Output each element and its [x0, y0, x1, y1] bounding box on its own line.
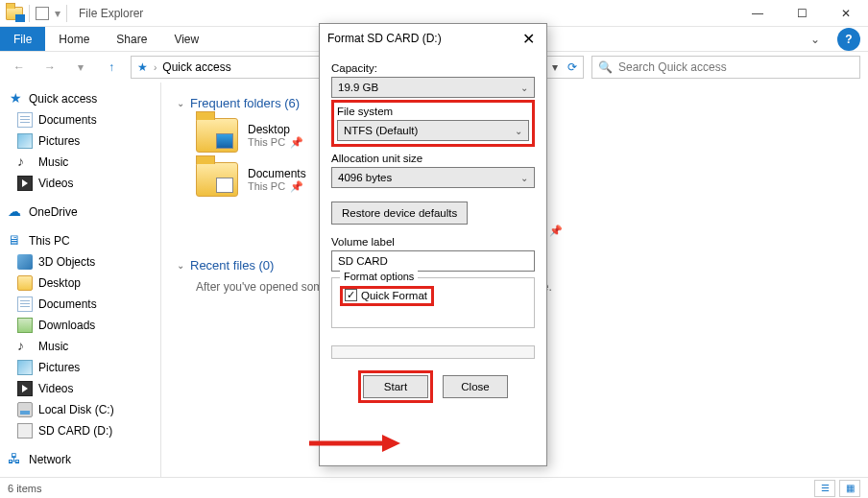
capacity-label: Capacity: [331, 62, 535, 74]
tab-view[interactable]: View [160, 27, 212, 51]
nav-recent-dropdown[interactable]: ▾ [69, 56, 92, 79]
ribbon-expand-icon[interactable]: ⌄ [801, 27, 830, 51]
tree-this-pc[interactable]: 🖥This PC [4, 230, 157, 251]
file-system-label: File system [337, 106, 529, 117]
view-large-button[interactable]: ▦ [839, 480, 860, 497]
file-tab[interactable]: File [0, 27, 45, 51]
nav-up-button[interactable]: ↑ [100, 56, 123, 79]
tab-share[interactable]: Share [103, 27, 160, 51]
qat-dropdown-icon[interactable]: ▾ [55, 7, 60, 20]
volume-label-input[interactable]: SD CARD [331, 250, 535, 272]
restore-defaults-button[interactable]: Restore device defaults [331, 202, 468, 225]
tree-pictures-pc[interactable]: Pictures [4, 357, 157, 378]
tree-documents-pc[interactable]: Documents [4, 294, 157, 315]
chevron-down-icon: ⌄ [520, 173, 528, 183]
file-system-select[interactable]: NTFS (Default)⌄ [337, 120, 529, 141]
quick-format-checkbox[interactable]: ✓ [345, 289, 357, 301]
chevron-down-icon: ⌄ [177, 260, 184, 271]
pin-icon: 📌 [546, 225, 563, 236]
volume-label-label: Volume label [331, 236, 535, 248]
status-item-count: 6 items [8, 483, 41, 494]
pin-icon: 📌 [287, 180, 303, 192]
tree-onedrive[interactable]: ☁OneDrive [4, 202, 157, 223]
chevron-down-icon: ⌄ [515, 126, 522, 136]
allocation-select[interactable]: 4096 bytes⌄ [331, 167, 535, 188]
tree-pictures[interactable]: Pictures [4, 130, 157, 152]
tree-music-pc[interactable]: ♪Music [4, 336, 157, 357]
format-dialog: Format SD CARD (D:) ✕ Capacity: 19.9 GB⌄… [319, 23, 547, 466]
folder-icon [196, 162, 238, 197]
refresh-icon[interactable]: ⟳ [564, 60, 577, 74]
tree-downloads[interactable]: Downloads [4, 315, 157, 336]
format-options-fieldset: Format options ✓ Quick Format [331, 277, 535, 328]
highlight-start-button: Start [358, 370, 433, 403]
close-dialog-button[interactable]: Close [443, 375, 508, 398]
tree-documents[interactable]: Documents [4, 109, 157, 130]
capacity-select[interactable]: 19.9 GB⌄ [331, 77, 535, 98]
chevron-right-icon: › [154, 62, 157, 73]
tree-desktop[interactable]: Desktop [4, 273, 157, 294]
tree-3d-objects[interactable]: 3D Objects [4, 251, 157, 273]
allocation-label: Allocation unit size [331, 153, 535, 164]
format-progress [331, 345, 535, 359]
pin-icon: 📌 [287, 136, 303, 148]
address-dropdown-icon[interactable]: ▾ [552, 60, 558, 74]
search-icon: 🔍 [598, 60, 613, 74]
dialog-close-button[interactable]: ✕ [518, 30, 539, 48]
tree-videos-pc[interactable]: Videos [4, 378, 157, 399]
tree-videos[interactable]: Videos [4, 173, 157, 194]
close-button[interactable]: ✕ [824, 0, 868, 27]
nav-forward-button[interactable]: → [38, 56, 61, 79]
quick-format-label: Quick Format [361, 290, 427, 301]
dialog-title: Format SD CARD (D:) [327, 32, 442, 45]
maximize-button[interactable]: ☐ [780, 0, 824, 27]
status-bar: 6 items ☰ ▦ [0, 477, 868, 498]
chevron-down-icon: ⌄ [177, 98, 184, 108]
tree-sd-card-d[interactable]: SD CARD (D:) [4, 420, 157, 441]
tab-home[interactable]: Home [45, 27, 103, 51]
format-options-legend: Format options [340, 271, 418, 282]
start-button[interactable]: Start [363, 375, 428, 398]
nav-tree: ★Quick access Documents Pictures ♪Music … [0, 83, 161, 477]
highlight-quick-format: ✓ Quick Format [340, 286, 434, 306]
tree-music[interactable]: ♪Music [4, 152, 157, 173]
tree-local-disk-c[interactable]: Local Disk (C:) [4, 399, 157, 420]
chevron-down-icon: ⌄ [520, 83, 528, 93]
qat-props-icon[interactable] [36, 7, 49, 20]
search-placeholder: Search Quick access [618, 60, 727, 74]
quick-access-star-icon: ★ [137, 60, 148, 74]
section-recent-label: Recent files (0) [190, 258, 274, 273]
address-path: Quick access [162, 60, 230, 74]
search-input[interactable]: 🔍 Search Quick access [591, 56, 860, 79]
help-icon[interactable]: ? [837, 28, 860, 51]
folder-icon [196, 118, 238, 153]
highlight-file-system: File system NTFS (Default)⌄ [331, 100, 535, 147]
window-title: File Explorer [73, 7, 143, 20]
app-icon [6, 7, 23, 20]
section-frequent-label: Frequent folders (6) [190, 96, 300, 110]
tree-network[interactable]: 🖧Network [4, 449, 157, 470]
minimize-button[interactable]: — [735, 0, 780, 27]
tree-quick-access[interactable]: ★Quick access [4, 88, 157, 109]
nav-back-button[interactable]: ← [8, 56, 31, 79]
view-details-button[interactable]: ☰ [814, 480, 835, 497]
